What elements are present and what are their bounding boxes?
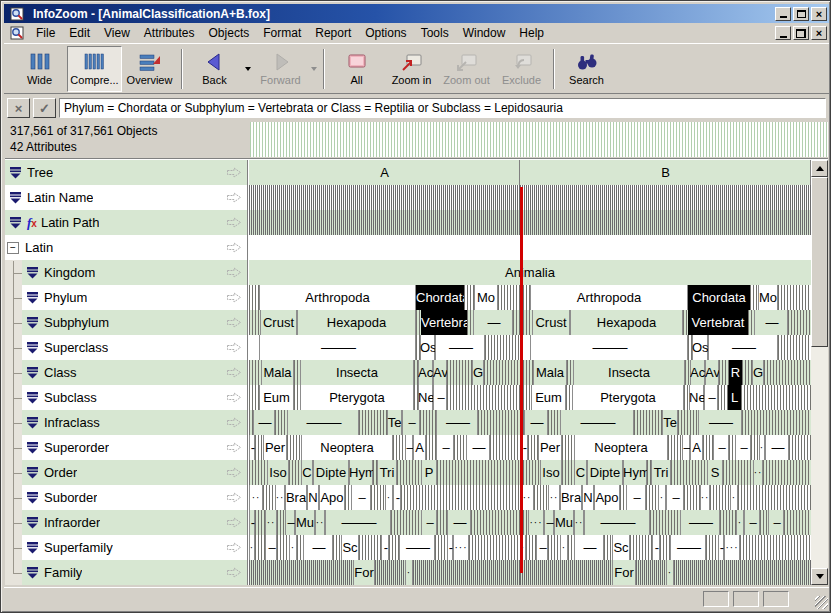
compressed-values-cell[interactable] [401, 485, 520, 510]
value-cell[interactable]: C [301, 460, 313, 485]
compressed-values-cell[interactable] [784, 510, 811, 535]
menu-item-format[interactable]: Format [256, 24, 308, 42]
value-cell[interactable]: Arthropoda [530, 285, 688, 310]
compressed-values-cell[interactable] [742, 360, 752, 385]
compressed-values-cell[interactable] [630, 535, 652, 560]
value-cell[interactable]: For [353, 560, 375, 585]
back-dropdown[interactable] [242, 46, 253, 92]
value-cell[interactable]: Iso [540, 460, 562, 485]
mdi-close-button[interactable]: × [811, 26, 827, 40]
empty-value-cell[interactable]: – [536, 535, 548, 560]
value-cell[interactable]: Os [692, 335, 708, 360]
empty-value-cell[interactable]: – [433, 385, 447, 410]
compressed-values-cell[interactable] [359, 410, 387, 435]
small-values-cell[interactable]: ··· [724, 535, 740, 560]
value-cell[interactable]: Bra [560, 485, 582, 510]
attribute-zoom-icon[interactable] [26, 267, 39, 279]
menu-item-window[interactable]: Window [456, 24, 513, 42]
back-button[interactable]: Back [187, 46, 242, 92]
value-cell[interactable]: Tri [651, 460, 671, 485]
compressed-values-cell[interactable] [447, 385, 520, 410]
compressed-values-cell[interactable] [397, 460, 421, 485]
empty-value-cell[interactable]: – [351, 485, 371, 510]
menu-item-tools[interactable]: Tools [414, 24, 456, 42]
empty-value-cell[interactable]: ——— [287, 410, 359, 435]
document-icon[interactable] [10, 26, 24, 40]
small-values-cell[interactable]: ·· [275, 485, 285, 510]
maximize-button[interactable] [793, 7, 809, 21]
value-cell[interactable]: S [707, 460, 723, 485]
empty-value-cell[interactable]: — [303, 535, 333, 560]
compressed-values-cell[interactable] [485, 335, 520, 360]
value-cell[interactable]: Sc [341, 535, 359, 560]
empty-value-cell[interactable]: – [421, 510, 437, 535]
value-cell[interactable]: Mala [261, 360, 294, 385]
small-values-cell[interactable]: ·· [548, 485, 560, 510]
attribute-zoom-icon[interactable] [26, 317, 39, 329]
empty-value-cell[interactable]: - [381, 535, 389, 560]
empty-value-cell[interactable]: ——— [560, 410, 634, 435]
empty-value-cell[interactable]: —— [670, 535, 706, 560]
compressed-values-cell[interactable] [741, 385, 811, 410]
value-cell[interactable]: Av [705, 360, 719, 385]
compressed-values-cell[interactable] [277, 535, 289, 560]
value-cell[interactable]: Per [538, 435, 562, 460]
empty-value-cell[interactable]: - [393, 485, 401, 510]
compressed-values-cell[interactable] [393, 435, 405, 460]
menu-item-view[interactable]: View [97, 24, 137, 42]
compressed-values-cell[interactable] [650, 510, 680, 535]
value-cell[interactable]: Ac [418, 360, 433, 385]
small-values-cell[interactable]: ·· [265, 510, 277, 535]
value-cell[interactable]: Crust [260, 310, 297, 335]
compressed-values-cell[interactable] [255, 435, 263, 460]
empty-value-cell[interactable]: —— [680, 510, 720, 535]
empty-value-cell[interactable]: ——— [259, 335, 416, 360]
empty-value-cell[interactable]: — [447, 510, 471, 535]
value-cell[interactable]: P [421, 460, 437, 485]
compressed-values-cell[interactable] [275, 410, 287, 435]
value-cell[interactable]: Sc [612, 535, 630, 560]
value-cell[interactable]: Av [433, 360, 447, 385]
attribute-zoom-icon[interactable] [26, 392, 39, 404]
title-bar[interactable]: InfoZoom - [AnimalClassificationA+B.fox]… [4, 4, 829, 23]
value-cell[interactable]: Iso [267, 460, 289, 485]
compressed-values-cell[interactable] [668, 435, 682, 460]
value-cell[interactable]: Ne [689, 385, 704, 410]
value-cell[interactable]: Dipte [313, 460, 349, 485]
empty-value-cell[interactable]: — [574, 535, 604, 560]
empty-value-cell[interactable]: – [285, 510, 295, 535]
small-values-cell[interactable]: · [736, 510, 744, 535]
attribute-row-subclass[interactable]: Subclass [22, 385, 247, 410]
empty-value-cell[interactable]: – [682, 435, 690, 460]
compressed-values-cell[interactable] [763, 460, 811, 485]
menu-item-objects[interactable]: Objects [202, 24, 257, 42]
empty-value-cell[interactable]: – [436, 435, 454, 460]
empty-value-cell[interactable]: – [704, 385, 718, 410]
compressed-values-cell[interactable] [249, 210, 520, 235]
value-cell[interactable]: Hym [623, 460, 647, 485]
attribute-zoom-icon[interactable] [26, 492, 39, 504]
compressed-values-cell[interactable] [706, 535, 718, 560]
empty-value-cell[interactable]: – [666, 485, 684, 510]
attribute-row-infraclass[interactable]: Infraclass [22, 410, 247, 435]
compressed-values-cell[interactable] [420, 410, 436, 435]
empty-value-cell[interactable]: —— [708, 335, 778, 360]
empty-value-cell[interactable]: – [265, 535, 277, 560]
small-values-cell[interactable]: · [385, 485, 393, 510]
value-cell[interactable]: G [752, 360, 764, 385]
value-cell[interactable]: Mo [758, 285, 778, 310]
empty-value-cell[interactable]: —— [698, 410, 742, 435]
compressed-values-cell[interactable] [562, 460, 574, 485]
attribute-zoom-icon[interactable] [26, 292, 39, 304]
column-header[interactable]: A [249, 160, 520, 185]
compressed-values-cell[interactable] [249, 460, 267, 485]
compressed-values-cell[interactable] [437, 460, 520, 485]
small-values-cell[interactable]: ··· [528, 510, 544, 535]
value-cell[interactable]: N [582, 485, 594, 510]
value-cell[interactable]: Insecta [573, 360, 685, 385]
compressed-values-cell[interactable] [478, 410, 520, 435]
attribute-zoom-icon[interactable] [9, 192, 22, 204]
empty-value-cell[interactable]: ——— [325, 510, 391, 535]
attribute-row-latin-name[interactable]: Latin Name [5, 185, 247, 210]
resize-grip[interactable] [815, 596, 828, 609]
